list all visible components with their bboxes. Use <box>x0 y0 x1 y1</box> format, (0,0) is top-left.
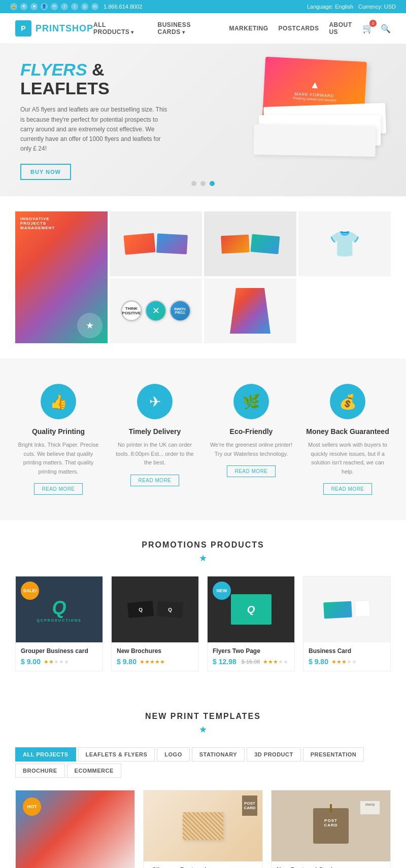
money-back-icon: 💰 <box>330 384 365 419</box>
eco-icon: 🌿 <box>233 384 269 419</box>
nav-all-products[interactable]: ALL PRODUCTS <box>93 21 148 35</box>
hero-title: FLYERS & LEAFLETS <box>20 60 173 98</box>
top-bar: 🔒 ♥ ★ 👤 ✏ f t p in 1.866.614.8002 Langua… <box>0 0 406 13</box>
promo-info-4: Business Card $ 9.80 ★★★★★ <box>303 642 390 671</box>
grid-item-buttons[interactable]: THINKPOSITIVE ✕ INNOV.PROJ. <box>110 278 202 343</box>
hero-banner: FLYERS & LEAFLETS Our A5 flyers and leaf… <box>0 44 406 196</box>
promo-info-1: Grouper Business card $ 9.00 ★★★★★ <box>16 642 103 671</box>
hero-image: ▲ MARK FORWARD Thinking ahead and beyond <box>193 54 386 186</box>
delivery-icon: ✈ <box>137 384 173 419</box>
nav-business-cards[interactable]: BUSINESS CARDS <box>158 21 219 35</box>
search-button[interactable]: 🔍 <box>381 24 391 33</box>
promo-product-3[interactable]: NEW Q Flyers Two Page $ 12.98 $ 16.98 ★★… <box>207 576 295 671</box>
tab-ecommerce[interactable]: ECOMMERCE <box>67 764 121 778</box>
social-icons: 🔒 ♥ ★ 👤 ✏ f t p in <box>10 3 98 10</box>
eco-read-more[interactable]: READ MORE <box>227 465 275 477</box>
grid-item-cards-1[interactable] <box>110 211 202 276</box>
product-image-grid: INNOVATIVEPROJECTSMANAGEMENT ★ 👕 THINKPO… <box>15 211 391 343</box>
feature-delivery: ✈ Timely Delivery No printer in the UK c… <box>112 384 198 495</box>
dot-3[interactable] <box>210 181 215 186</box>
feature-money-back: 💰 Money Back Guaranteed Most sellers wor… <box>304 384 391 495</box>
money-back-read-more[interactable]: READ MORE <box>323 483 371 495</box>
nav-marketing[interactable]: MARKETING <box>229 25 268 32</box>
pencil-icon[interactable]: ✏ <box>51 3 58 10</box>
promo-price-1: $ 9.00 <box>21 658 41 666</box>
tab-brochure[interactable]: BROCHURE <box>15 764 65 778</box>
phone-number: 1.866.614.8002 <box>104 4 142 10</box>
promo-name-3: Flyers Two Page <box>213 647 289 655</box>
user-icon[interactable]: 👤 <box>41 3 48 10</box>
grid-item-bag[interactable] <box>204 278 296 343</box>
features-section: 👍 Quality Printing Bright Inks. Thick Pa… <box>0 358 406 520</box>
logo[interactable]: P PRINTSHOP <box>15 20 93 37</box>
templates-section: NEW PRINT TEMPLATES ★ ALL PROJECTS LEAFL… <box>0 692 406 868</box>
facebook-icon[interactable]: f <box>61 3 68 10</box>
hero-title-highlight: FLYERS <box>20 60 87 79</box>
quality-title: Quality Printing <box>15 427 101 436</box>
main-nav: ALL PRODUCTS BUSINESS CARDS MARKETING PO… <box>93 21 362 35</box>
grid-item-tshirt[interactable]: 👕 <box>298 211 391 276</box>
star-icon[interactable]: ★ <box>30 3 38 10</box>
promo-img-2: Q Q <box>112 576 198 642</box>
filter-tabs: ALL PROJECTS LEAFLETS & FLYERS LOGO STAT… <box>15 747 391 778</box>
grid-item-large[interactable]: INNOVATIVEPROJECTSMANAGEMENT ★ <box>15 211 108 343</box>
template-info-postcards: eSliproser Postcards $ 16.98 ★★★★★ <box>144 861 262 868</box>
grid-item-cards-2[interactable] <box>204 211 296 276</box>
template-postcards[interactable]: POST CARD eSliproser Postcards $ 16.98 ★… <box>143 790 263 868</box>
header-actions: 🛒 0 🔍 <box>362 23 391 34</box>
promotions-section: PROMOTIONS PRODUCTS ★ SALE! Q QCPRODUCTI… <box>0 520 406 692</box>
tab-presentation[interactable]: PRESENTATION <box>303 747 364 762</box>
promo-price-4: $ 9.80 <box>309 658 328 666</box>
promo-product-4[interactable]: Business Card $ 9.80 ★★★★★ <box>303 576 391 671</box>
money-back-desc: Most sellers work with buyers to quickly… <box>304 441 391 476</box>
promo-product-1[interactable]: SALE! Q QCPRODUCTIONS Grouper Business c… <box>15 576 103 671</box>
promotions-divider: ★ <box>15 553 391 564</box>
promo-name-1: Grouper Business card <box>21 647 97 655</box>
tab-stationary[interactable]: STATIONARY <box>192 747 245 762</box>
template-grouper-business[interactable]: HOT WW BUSINESS CARD Grouper Business ca… <box>15 790 135 868</box>
lock-icon[interactable]: 🔒 <box>10 3 17 10</box>
promo-stars-4: ★★★★★ <box>331 659 357 665</box>
currency-selector[interactable]: Currency: USD <box>358 4 396 10</box>
top-bar-right: Language: English Currency: USD <box>307 4 396 10</box>
promo-img-4 <box>303 576 390 642</box>
quality-read-more[interactable]: READ MORE <box>34 483 82 495</box>
eco-title: Eco-Friendly <box>208 427 294 436</box>
promo-stars-2: ★★★★★ <box>140 659 165 665</box>
promo-name-4: Business Card <box>309 647 385 655</box>
dot-2[interactable] <box>200 181 206 186</box>
nav-postcards[interactable]: POSTCARDS <box>279 25 319 32</box>
pinterest-icon[interactable]: p <box>81 3 88 10</box>
top-bar-left: 🔒 ♥ ★ 👤 ✏ f t p in 1.866.614.8002 <box>10 3 142 10</box>
templates-title: NEW PRINT TEMPLATES <box>15 712 391 721</box>
promo-stars-3: ★★★★★ <box>263 659 288 665</box>
dot-1[interactable] <box>191 181 196 186</box>
cart-button[interactable]: 🛒 0 <box>362 23 374 34</box>
delivery-title: Timely Delivery <box>112 427 198 436</box>
twitter-icon[interactable]: t <box>71 3 78 10</box>
delivery-read-more[interactable]: READ MORE <box>130 475 179 486</box>
promo-stars-1: ★★★★★ <box>44 659 69 665</box>
promo-product-2[interactable]: Q Q New Brochures $ 9.80 ★★★★★ <box>111 576 199 671</box>
promo-price-3: $ 12.98 <box>213 658 236 666</box>
template-postcard-cards[interactable]: POSTCARD stamp New Postcard Cards $ 10.0… <box>271 790 391 868</box>
hero-buy-button[interactable]: BUY NOW <box>20 164 71 180</box>
logo-icon: P <box>15 20 31 37</box>
promo-price-old-3: $ 16.98 <box>242 659 260 665</box>
features-grid: 👍 Quality Printing Bright Inks. Thick Pa… <box>15 384 391 495</box>
nav-about-us[interactable]: ABOUT US <box>329 21 362 35</box>
money-back-title: Money Back Guaranteed <box>304 427 391 436</box>
promo-img-3: NEW Q <box>208 576 294 642</box>
tab-leaflets[interactable]: LEAFLETS & FLYERS <box>78 747 155 762</box>
tab-logo[interactable]: LOGO <box>157 747 189 762</box>
promo-info-3: Flyers Two Page $ 12.98 $ 16.98 ★★★★★ <box>208 642 294 671</box>
tab-all-projects[interactable]: ALL PROJECTS <box>15 747 76 762</box>
heart-icon[interactable]: ♥ <box>20 3 27 10</box>
linkedin-icon[interactable]: in <box>91 3 98 10</box>
promotions-title: PROMOTIONS PRODUCTS <box>15 540 391 550</box>
promo-img-1: SALE! Q QCPRODUCTIONS <box>16 576 103 642</box>
hero-dots <box>191 181 215 186</box>
language-selector[interactable]: Language: English <box>307 4 353 10</box>
delivery-desc: No printer in the UK can order tools. 8:… <box>112 441 198 467</box>
tab-3d-product[interactable]: 3D PRODUCT <box>247 747 301 762</box>
